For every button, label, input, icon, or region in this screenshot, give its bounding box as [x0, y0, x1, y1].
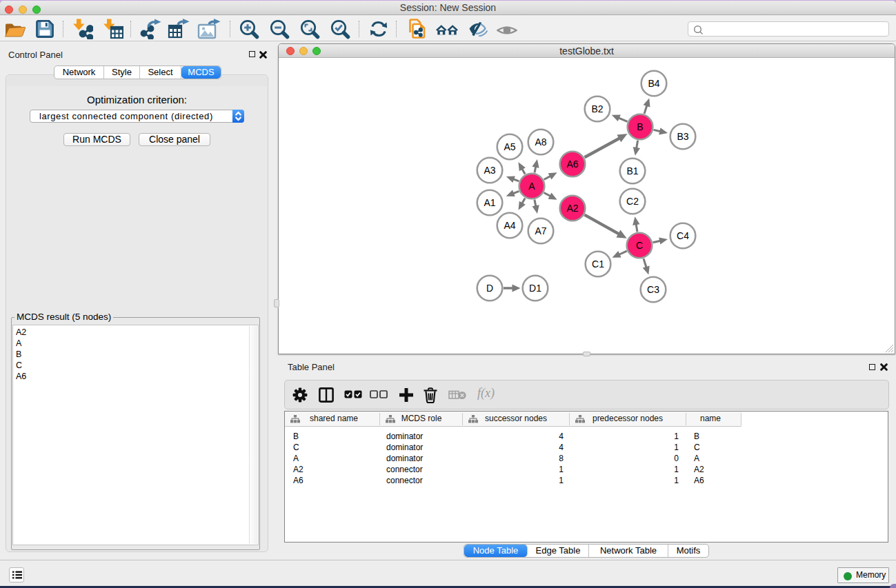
- svg-text:C4: C4: [677, 230, 689, 241]
- svg-text:D1: D1: [529, 283, 541, 294]
- svg-text:C3: C3: [647, 284, 659, 295]
- svg-text:A8: A8: [535, 136, 546, 148]
- svg-text:B4: B4: [648, 78, 659, 89]
- svg-text:A1: A1: [484, 197, 495, 208]
- svg-text:C: C: [636, 240, 643, 251]
- svg-text:A2: A2: [566, 203, 578, 214]
- svg-text:B2: B2: [591, 103, 603, 114]
- svg-text:A4: A4: [504, 220, 515, 231]
- svg-text:C1: C1: [592, 258, 604, 270]
- svg-text:B: B: [637, 121, 643, 132]
- svg-text:C2: C2: [626, 196, 639, 207]
- svg-text:B3: B3: [677, 131, 688, 142]
- svg-text:B1: B1: [626, 165, 638, 176]
- svg-text:A7: A7: [535, 225, 546, 236]
- svg-text:A: A: [528, 181, 535, 192]
- svg-text:A3: A3: [484, 165, 495, 176]
- svg-text:A5: A5: [504, 141, 515, 152]
- svg-text:D: D: [486, 283, 493, 294]
- svg-text:A6: A6: [566, 159, 578, 170]
